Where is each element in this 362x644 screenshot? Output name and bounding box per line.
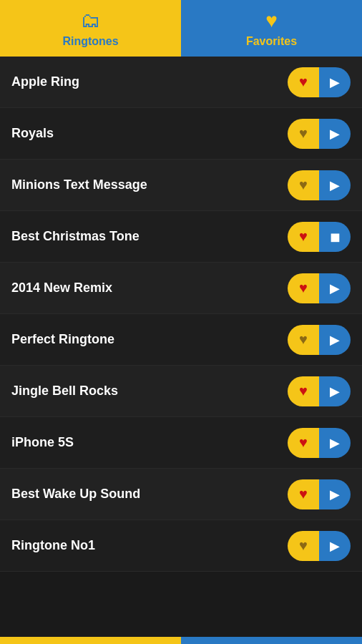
heart-icon: ♥ bbox=[299, 74, 308, 90]
ringtone-name: Perfect Ringtone bbox=[11, 332, 114, 347]
play-icon bbox=[330, 435, 340, 451]
ringtones-icon: 🗂 bbox=[81, 9, 101, 32]
action-pill: ♥ bbox=[288, 325, 351, 355]
list-item: Ringtone No1♥ bbox=[0, 520, 362, 572]
heart-icon: ♥ bbox=[299, 331, 308, 348]
action-pill: ♥ bbox=[288, 119, 351, 149]
play-button[interactable] bbox=[319, 325, 351, 355]
heart-icon: ♥ bbox=[299, 228, 308, 245]
play-button[interactable] bbox=[319, 67, 351, 97]
play-icon bbox=[330, 177, 340, 193]
ringtone-name: Best Wake Up Sound bbox=[11, 487, 140, 502]
list-item: 2014 New Remix♥ bbox=[0, 263, 362, 314]
ringtone-name: iPhone 5S bbox=[11, 435, 74, 450]
ringtone-name: Jingle Bell Rocks bbox=[11, 384, 118, 399]
play-button[interactable] bbox=[319, 119, 351, 149]
play-icon bbox=[330, 280, 340, 296]
favorite-button[interactable]: ♥ bbox=[288, 67, 319, 97]
list-item: Jingle Bell Rocks♥ bbox=[0, 366, 362, 417]
play-button[interactable] bbox=[319, 479, 351, 509]
heart-icon: ♥ bbox=[299, 125, 308, 142]
list-item: Perfect Ringtone♥ bbox=[0, 314, 362, 366]
favorite-button[interactable]: ♥ bbox=[288, 376, 319, 406]
favorite-button[interactable]: ♥ bbox=[288, 273, 319, 303]
heart-icon: ♥ bbox=[299, 177, 308, 193]
favorites-icon: ♥ bbox=[265, 9, 278, 32]
ringtone-name: Apple Ring bbox=[11, 74, 79, 89]
list-item: Royals♥ bbox=[0, 108, 362, 160]
list-item: iPhone 5S♥ bbox=[0, 417, 362, 469]
play-icon bbox=[330, 487, 340, 502]
list-item: Apple Ring♥ bbox=[0, 57, 362, 108]
play-icon bbox=[330, 332, 340, 348]
heart-icon: ♥ bbox=[299, 434, 308, 451]
favorite-button[interactable]: ♥ bbox=[288, 531, 319, 561]
play-icon bbox=[330, 384, 340, 399]
favorite-button[interactable]: ♥ bbox=[288, 222, 319, 252]
action-pill: ♥ bbox=[288, 479, 351, 509]
heart-icon: ♥ bbox=[299, 486, 308, 502]
ringtone-name: 2014 New Remix bbox=[11, 280, 112, 296]
ringtone-list: Apple Ring♥Royals♥Minions Text Message♥B… bbox=[0, 57, 362, 572]
action-pill: ♥ bbox=[288, 376, 351, 406]
play-button[interactable] bbox=[319, 273, 351, 303]
ringtone-name: Minions Text Message bbox=[11, 177, 147, 192]
list-item: Best Christmas Tone♥ bbox=[0, 211, 362, 263]
stop-icon bbox=[330, 229, 341, 245]
favorite-button[interactable]: ♥ bbox=[288, 325, 319, 355]
action-pill: ♥ bbox=[288, 273, 351, 303]
ringtones-tab-label: Ringtones bbox=[62, 35, 118, 48]
favorite-button[interactable]: ♥ bbox=[288, 479, 319, 509]
heart-icon: ♥ bbox=[299, 383, 308, 399]
tab-favorites[interactable]: ♥ Favorites bbox=[181, 0, 362, 57]
action-pill: ♥ bbox=[288, 531, 351, 561]
action-pill: ♥ bbox=[288, 222, 351, 252]
bottom-bar bbox=[0, 637, 362, 644]
favorite-button[interactable]: ♥ bbox=[288, 119, 319, 149]
play-icon bbox=[330, 74, 340, 90]
play-icon bbox=[330, 538, 340, 554]
heart-icon: ♥ bbox=[299, 280, 308, 296]
list-item: Best Wake Up Sound♥ bbox=[0, 469, 362, 520]
favorites-tab-label: Favorites bbox=[246, 35, 297, 48]
play-button[interactable] bbox=[319, 376, 351, 406]
header: 🗂 Ringtones ♥ Favorites bbox=[0, 0, 362, 57]
play-button[interactable] bbox=[319, 170, 351, 200]
stop-button[interactable] bbox=[319, 222, 351, 252]
play-icon bbox=[330, 126, 340, 142]
action-pill: ♥ bbox=[288, 67, 351, 97]
play-button[interactable] bbox=[319, 428, 351, 458]
ringtone-name: Ringtone No1 bbox=[11, 538, 95, 553]
ringtone-name: Royals bbox=[11, 126, 54, 141]
play-button[interactable] bbox=[319, 531, 351, 561]
tab-ringtones[interactable]: 🗂 Ringtones bbox=[0, 0, 181, 57]
action-pill: ♥ bbox=[288, 428, 351, 458]
list-item: Minions Text Message♥ bbox=[0, 160, 362, 211]
ringtone-name: Best Christmas Tone bbox=[11, 229, 140, 244]
favorite-button[interactable]: ♥ bbox=[288, 170, 319, 200]
favorite-button[interactable]: ♥ bbox=[288, 428, 319, 458]
action-pill: ♥ bbox=[288, 170, 351, 200]
heart-icon: ♥ bbox=[299, 537, 308, 554]
